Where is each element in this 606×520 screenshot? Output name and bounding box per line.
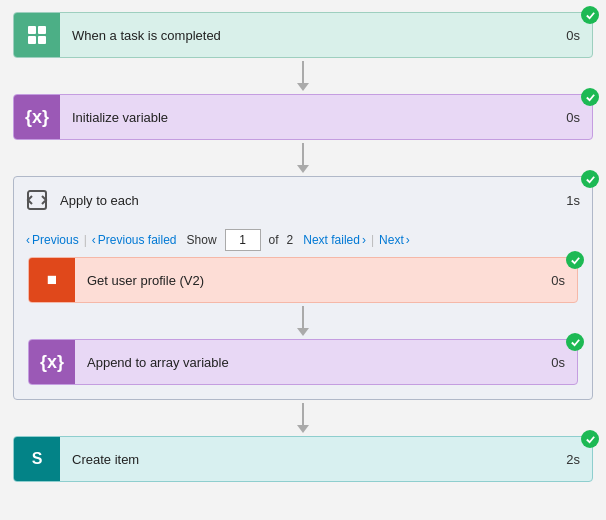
chevron-right-failed-icon: › <box>362 233 366 247</box>
curly-icon-append: {x} <box>40 352 64 373</box>
next-failed-label: Next failed <box>303 233 360 247</box>
pagination-bar: ‹ Previous | ‹ Previous failed Show of 2… <box>14 223 592 257</box>
of-label: of <box>269 233 279 247</box>
connector-3 <box>297 400 309 436</box>
chevron-left-icon: ‹ <box>26 233 30 247</box>
office-icon: ■ <box>47 270 57 290</box>
step-icon-append: {x} <box>29 340 75 384</box>
apply-to-each-time: 1s <box>566 193 580 208</box>
separator-1: | <box>84 233 87 247</box>
step-create-item[interactable]: S Create item 2s <box>13 436 593 482</box>
next-failed-button[interactable]: Next failed › <box>303 233 366 247</box>
apply-to-each-label: Apply to each <box>60 193 566 208</box>
step-icon-variable: {x} <box>14 95 60 139</box>
step-icon-sharepoint: S <box>14 437 60 481</box>
apply-to-each-container: Apply to each 1s ‹ Previous | ‹ Previous… <box>13 176 593 400</box>
prev-failed-label: Previous failed <box>98 233 177 247</box>
success-badge-variable <box>581 88 599 106</box>
show-label: Show <box>187 233 217 247</box>
step-time-get-user: 0s <box>539 273 577 288</box>
step-label-task: When a task is completed <box>60 28 554 43</box>
step-label-append: Append to array variable <box>75 355 539 370</box>
step-time-create-item: 2s <box>554 452 592 467</box>
success-badge-apply <box>581 170 599 188</box>
step-label-variable: Initialize variable <box>60 110 554 125</box>
success-badge-task <box>581 6 599 24</box>
inner-connector <box>28 303 578 339</box>
step-icon-office: ■ <box>29 258 75 302</box>
prev-failed-button[interactable]: ‹ Previous failed <box>92 233 177 247</box>
step-append-array[interactable]: {x} Append to array variable 0s <box>28 339 578 385</box>
loop-icon <box>26 189 48 211</box>
grid-icon <box>28 26 46 44</box>
step-time-append: 0s <box>539 355 577 370</box>
total-pages: 2 <box>287 233 294 247</box>
page-input[interactable] <box>225 229 261 251</box>
next-button[interactable]: Next › <box>379 233 410 247</box>
success-badge-get-user <box>566 251 584 269</box>
separator-2: | <box>371 233 374 247</box>
curly-icon: {x} <box>25 107 49 128</box>
sharepoint-icon: S <box>32 450 43 468</box>
step-when-task-completed[interactable]: When a task is completed 0s <box>13 12 593 58</box>
step-get-user-profile[interactable]: ■ Get user profile (V2) 0s <box>28 257 578 303</box>
step-icon-task <box>14 13 60 57</box>
chevron-right-icon: › <box>406 233 410 247</box>
next-label: Next <box>379 233 404 247</box>
inner-steps: ■ Get user profile (V2) 0s {x} Append to… <box>14 257 592 385</box>
chevron-left-failed-icon: ‹ <box>92 233 96 247</box>
apply-to-each-header[interactable]: Apply to each 1s <box>14 177 592 223</box>
success-badge-append <box>566 333 584 351</box>
svg-rect-0 <box>28 191 46 209</box>
apply-icon <box>14 177 60 223</box>
step-init-variable[interactable]: {x} Initialize variable 0s <box>13 94 593 140</box>
prev-label: Previous <box>32 233 79 247</box>
step-label-create-item: Create item <box>60 452 554 467</box>
connector-2 <box>297 140 309 176</box>
connector-1 <box>297 58 309 94</box>
step-time-variable: 0s <box>554 110 592 125</box>
step-label-get-user: Get user profile (V2) <box>75 273 539 288</box>
prev-button[interactable]: ‹ Previous <box>26 233 79 247</box>
step-time-task: 0s <box>554 28 592 43</box>
success-badge-create-item <box>581 430 599 448</box>
